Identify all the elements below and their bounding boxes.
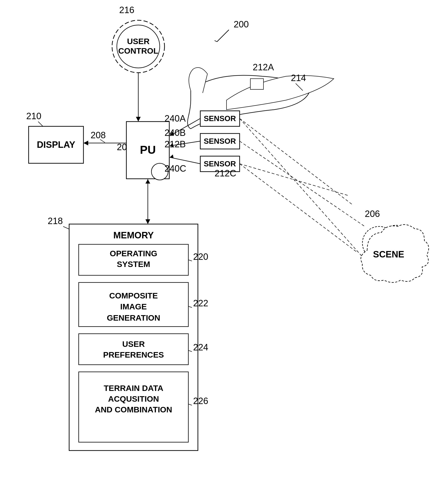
memory-label: MEMORY	[113, 230, 154, 240]
ref240A-label: 240A	[165, 113, 186, 123]
tdac-label2: ACQUSITION	[108, 394, 159, 403]
ref218-label: 218	[48, 216, 63, 226]
ref210-label: 210	[26, 111, 41, 121]
ref224-label: 224	[193, 342, 208, 352]
ref200-label: 200	[234, 19, 249, 29]
ref212B-label: 212B	[165, 139, 186, 149]
cig-label2: IMAGE	[120, 302, 147, 311]
scene-label: SCENE	[373, 249, 404, 259]
ref240C-label: 240C	[165, 164, 186, 174]
ref216-label: 216	[119, 5, 134, 15]
pu-label: PU	[140, 144, 156, 156]
tdac-label3: AND COMBINATION	[95, 405, 172, 414]
ref212A-label: 212A	[253, 62, 274, 72]
svg-rect-12	[250, 79, 263, 89]
ref222-label: 222	[193, 298, 208, 308]
up-label2: PREFERENCES	[103, 350, 164, 359]
up-label1: USER	[122, 339, 145, 348]
ref208-label: 208	[91, 130, 106, 140]
os-label1: OPERATING	[110, 249, 157, 258]
user-control-label2: CONTROL	[118, 46, 158, 55]
ref212C-label: 212C	[215, 168, 236, 178]
user-control-label: USER	[127, 37, 149, 46]
ref206-label: 206	[365, 209, 380, 219]
ref226-label: 226	[193, 396, 208, 406]
cig-label3: GENERATION	[107, 313, 160, 322]
up-box	[79, 334, 188, 365]
tdac-label1: TERRAIN DATA	[104, 384, 163, 393]
os-label2: SYSTEM	[117, 260, 150, 269]
ref214-label: 214	[291, 73, 306, 83]
sensor2-label: SENSOR	[204, 137, 236, 145]
cig-label1: COMPOSITE	[109, 291, 158, 300]
sensor3-label: SENSOR	[204, 159, 236, 168]
ref220-label: 220	[193, 252, 208, 262]
display-label: DISPLAY	[37, 140, 75, 150]
sensor1-label: SENSOR	[204, 114, 236, 123]
ref240B-label: 240B	[165, 128, 186, 138]
